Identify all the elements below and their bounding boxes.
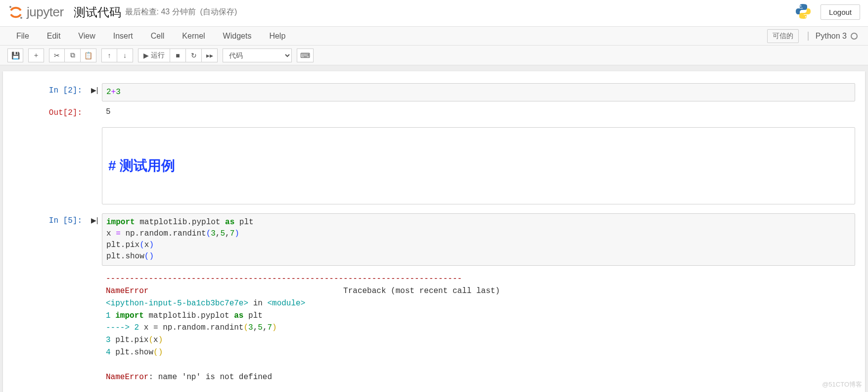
- error-output-row: ----------------------------------------…: [13, 270, 855, 386]
- move-down-button[interactable]: ↓: [117, 49, 133, 62]
- code-input[interactable]: 2+3: [102, 83, 855, 101]
- notebook-area: In [2]: ▶| 2+3 Out[2]: 5 # 测试用例: [0, 65, 868, 392]
- svg-point-3: [805, 16, 807, 18]
- save-icon: 💾: [11, 51, 20, 59]
- run-label: 运行: [151, 51, 165, 60]
- code-input[interactable]: import matplotlib.pyplot as plt x = np.r…: [102, 213, 855, 266]
- restart-run-all-button[interactable]: ▸▸: [202, 49, 218, 62]
- menu-help[interactable]: Help: [260, 28, 294, 45]
- kernel-status-icon: [851, 33, 858, 40]
- menu-insert[interactable]: Insert: [104, 28, 142, 45]
- svg-point-0: [9, 6, 11, 8]
- last-checkpoint: 最后检查: 43 分钟前 (自动保存): [125, 7, 237, 17]
- menu-kernel[interactable]: Kernel: [173, 28, 214, 45]
- copy-icon: ⧉: [70, 51, 75, 59]
- fast-forward-icon: ▸▸: [206, 51, 213, 59]
- save-button[interactable]: 💾: [7, 49, 23, 62]
- scissors-icon: ✂: [54, 51, 60, 59]
- cut-button[interactable]: ✂: [49, 49, 65, 62]
- interrupt-button[interactable]: ■: [170, 49, 186, 62]
- in-prompt: In [2]:: [13, 83, 87, 101]
- cell-type-select[interactable]: 代码: [223, 49, 292, 62]
- out-prompt: Out[2]:: [13, 105, 87, 118]
- notebook-header: jupyter 测试代码 最后检查: 43 分钟前 (自动保存) Logout: [0, 0, 868, 27]
- run-cell-icon[interactable]: ▶|: [87, 83, 102, 101]
- add-cell-button[interactable]: ＋: [28, 49, 44, 62]
- notebook-inner: In [2]: ▶| 2+3 Out[2]: 5 # 测试用例: [3, 71, 865, 392]
- jupyter-icon: [8, 4, 24, 20]
- python-logo-icon: [795, 3, 812, 21]
- command-palette-button[interactable]: ⌨: [297, 49, 314, 62]
- in-prompt: In [5]:: [13, 213, 87, 266]
- jupyter-logo[interactable]: jupyter: [8, 4, 64, 20]
- plus-icon: ＋: [33, 51, 40, 60]
- error-output: ----------------------------------------…: [102, 270, 855, 386]
- menu-widgets[interactable]: Widgets: [214, 28, 261, 45]
- logout-button[interactable]: Logout: [821, 4, 860, 20]
- watermark: @51CTO博客: [822, 380, 862, 389]
- markdown-cell[interactable]: # 测试用例: [13, 127, 855, 204]
- keyboard-icon: ⌨: [300, 51, 310, 59]
- menu-view[interactable]: View: [69, 28, 104, 45]
- run-icon: ▶: [143, 51, 149, 59]
- trusted-indicator[interactable]: 可信的: [767, 29, 799, 43]
- output-row: Out[2]: 5: [13, 105, 855, 118]
- kernel-name[interactable]: Python 3: [808, 32, 847, 41]
- svg-point-1: [20, 17, 22, 19]
- menu-cell[interactable]: Cell: [142, 28, 174, 45]
- refresh-icon: ↻: [191, 51, 197, 59]
- jupyter-logo-text: jupyter: [27, 4, 64, 20]
- paste-icon: 📋: [84, 51, 92, 59]
- arrow-up-icon: ↑: [108, 51, 111, 59]
- menubar: File Edit View Insert Cell Kernel Widget…: [0, 27, 868, 46]
- paste-button[interactable]: 📋: [81, 49, 96, 62]
- restart-button[interactable]: ↻: [186, 49, 202, 62]
- output-text: 5: [102, 105, 855, 118]
- code-cell[interactable]: In [2]: ▶| 2+3: [13, 83, 855, 101]
- arrow-down-icon: ↓: [123, 51, 127, 59]
- copy-button[interactable]: ⧉: [65, 49, 81, 62]
- run-cell-icon[interactable]: ▶|: [87, 213, 102, 266]
- run-button[interactable]: ▶运行: [138, 49, 170, 62]
- markdown-heading: # 测试用例: [108, 156, 849, 176]
- menu-edit[interactable]: Edit: [38, 28, 70, 45]
- stop-icon: ■: [176, 51, 180, 59]
- markdown-rendered[interactable]: # 测试用例: [102, 127, 855, 204]
- toolbar: 💾 ＋ ✂ ⧉ 📋 ↑ ↓ ▶运行 ■ ↻ ▸▸ 代码 ⌨: [0, 46, 868, 65]
- notebook-title[interactable]: 测试代码: [74, 4, 121, 20]
- code-cell[interactable]: In [5]: ▶| import matplotlib.pyplot as p…: [13, 213, 855, 266]
- move-up-button[interactable]: ↑: [101, 49, 117, 62]
- menu-file[interactable]: File: [7, 28, 38, 45]
- svg-point-2: [800, 5, 802, 7]
